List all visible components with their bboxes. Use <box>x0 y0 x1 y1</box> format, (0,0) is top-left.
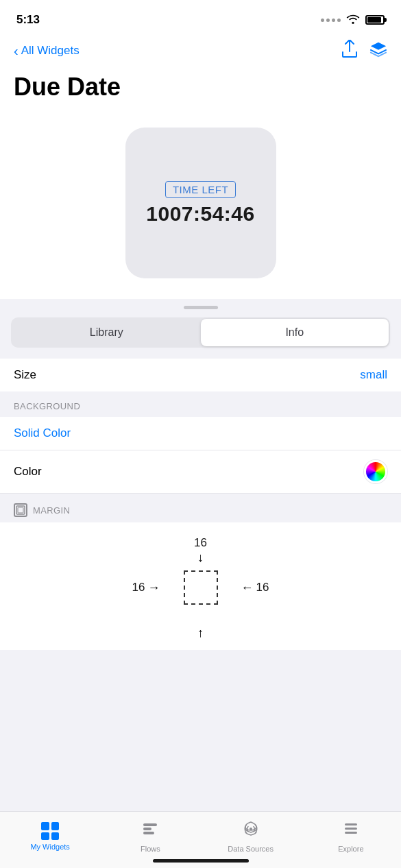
page-title-section: Due Date <box>0 70 401 114</box>
flows-label: Flows <box>141 845 160 853</box>
explore-label: Explore <box>338 845 363 853</box>
tab-item-data-sources[interactable]: Data Sources <box>227 820 275 853</box>
margin-label: MARGIN <box>33 505 70 516</box>
margin-top-value: 16 <box>194 536 207 550</box>
svg-rect-8 <box>345 832 357 834</box>
solid-color-button[interactable]: Solid Color <box>0 417 401 450</box>
home-indicator <box>153 859 249 863</box>
margin-center-box <box>184 570 218 605</box>
svg-rect-4 <box>143 832 154 834</box>
svg-rect-1 <box>18 507 23 513</box>
status-bar: 5:13 <box>0 0 401 34</box>
margin-bottom: ↑ <box>197 627 204 639</box>
battery-icon <box>365 15 385 25</box>
arrow-down-icon: ↓ <box>197 551 204 564</box>
svg-rect-7 <box>345 828 357 830</box>
settings-section: Size small <box>0 359 401 391</box>
margin-top: 16 ↓ <box>194 536 207 564</box>
background-settings: Solid Color Color <box>0 417 401 494</box>
color-row: Color <box>0 450 401 494</box>
svg-point-5 <box>250 828 252 830</box>
color-wheel[interactable] <box>364 460 387 483</box>
explore-icon <box>342 820 360 842</box>
widget-time: 1007:54:46 <box>146 202 254 226</box>
header-actions <box>342 40 387 62</box>
color-label: Color <box>14 465 42 479</box>
margin-right: ← 16 <box>241 581 269 594</box>
my-widgets-icon <box>41 822 59 840</box>
margin-diagram-section: 16 ↓ 16 → ← 16 ↑ <box>0 522 401 650</box>
tab-bar: Library Info <box>11 317 390 348</box>
status-time: 5:13 <box>16 13 40 27</box>
my-widgets-label: My Widgets <box>30 843 69 851</box>
tab-library[interactable]: Library <box>12 319 201 346</box>
margin-header: MARGIN <box>0 494 401 522</box>
back-label: All Widgets <box>21 44 80 58</box>
back-chevron-icon: ‹ <box>14 44 19 58</box>
tab-item-flows[interactable]: Flows <box>126 820 174 853</box>
svg-rect-3 <box>143 828 151 830</box>
margin-right-value: 16 <box>256 581 269 594</box>
margin-icon <box>14 503 27 517</box>
status-icons <box>321 14 385 27</box>
tab-item-explore[interactable]: Explore <box>327 820 375 853</box>
wifi-icon <box>346 14 360 27</box>
data-sources-icon <box>242 820 260 842</box>
back-button[interactable]: ‹ All Widgets <box>14 44 80 58</box>
margin-left: 16 → <box>132 581 160 594</box>
flows-icon <box>141 820 159 842</box>
tab-section: Library Info <box>0 309 401 359</box>
widget-card: TIME LEFT 1007:54:46 <box>125 128 276 278</box>
drag-handle[interactable] <box>184 306 218 309</box>
solid-color-label: Solid Color <box>14 426 71 440</box>
signal-dots-icon <box>321 19 341 22</box>
svg-rect-6 <box>345 823 357 825</box>
share-icon[interactable] <box>342 40 357 62</box>
size-row: Size small <box>0 359 401 391</box>
size-label: Size <box>14 368 36 382</box>
size-value[interactable]: small <box>360 368 387 382</box>
arrow-up-icon: ↑ <box>197 627 204 639</box>
arrow-left-icon: ← <box>241 581 254 594</box>
tab-info[interactable]: Info <box>201 319 389 346</box>
svg-rect-2 <box>143 823 157 826</box>
page-title: Due Date <box>14 73 387 101</box>
background-section-header: BACKGROUND <box>0 391 401 417</box>
data-sources-label: Data Sources <box>228 845 274 853</box>
drag-handle-bar <box>0 299 401 309</box>
header: ‹ All Widgets <box>0 34 401 70</box>
layers-icon[interactable] <box>369 40 387 62</box>
widget-preview-section: TIME LEFT 1007:54:46 <box>0 114 401 299</box>
widget-label: TIME LEFT <box>165 181 236 198</box>
tab-item-my-widgets[interactable]: My Widgets <box>26 822 74 851</box>
margin-left-value: 16 <box>132 581 145 594</box>
arrow-right-icon: → <box>147 581 160 594</box>
margin-diagram: 16 ↓ 16 → ← 16 ↑ <box>132 536 269 639</box>
